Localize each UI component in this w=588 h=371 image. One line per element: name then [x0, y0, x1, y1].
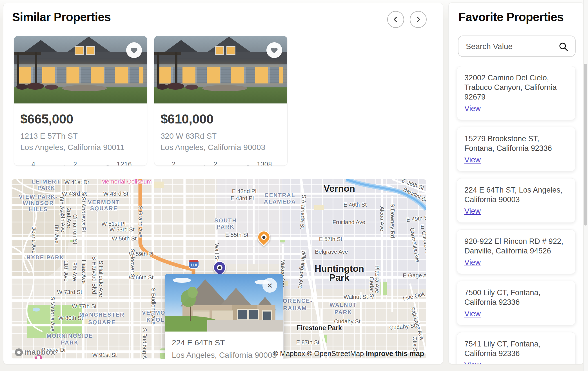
property-price: $665,000 [20, 111, 141, 127]
favorite-address: 920-922 El Rincon RD # 922, Danville, Ca… [464, 237, 568, 256]
map[interactable]: LEIMERTPARKVIEW PARK-WINDSORHILLSVERMONT… [12, 179, 426, 359]
heart-icon [130, 47, 138, 54]
favorite-item: 224 E 64Th ST, Los Angeles, California 9… [457, 178, 576, 223]
favorite-item: 32002 Camino Del Cielo, Trabuco Canyon, … [457, 66, 576, 120]
property-city: Los Angeles, California 90003 [161, 143, 281, 152]
baths-label: 2 baths [73, 160, 92, 166]
popup-city: Los Angeles, California 90003 [172, 351, 283, 359]
mapbox-logo[interactable]: mapbox [15, 348, 55, 357]
sqft-label: 1216 sqft [117, 160, 141, 166]
mapbox-icon [15, 348, 23, 356]
page: { "similar": { "title": "Similar Propert… [0, 0, 588, 371]
beds-label: 4 beds [32, 160, 49, 166]
property-address: 320 W 83Rd ST [161, 132, 281, 141]
favorite-item: 7500 Lily CT, Fontana, California 92336 … [457, 281, 576, 325]
favorites-panel: Favorite Properties 32002 Camino Del Cie… [448, 2, 584, 364]
favorite-item: 15279 Brookstone ST, Fontana, California… [457, 127, 576, 171]
popup-address: 224 E 64Th ST [172, 338, 283, 347]
view-link[interactable]: View [464, 310, 481, 318]
popup-photo: × [165, 274, 283, 332]
similar-properties-title: Similar Properties [12, 10, 111, 24]
map-popup: × 224 E 64Th ST Los Angeles, California … [165, 274, 283, 359]
favorite-address: 7500 Lily CT, Fontana, California 92336 [464, 288, 568, 307]
popup-close-button[interactable]: × [262, 278, 277, 293]
mapbox-wordmark: mapbox [24, 348, 55, 357]
favorite-heart-button[interactable] [126, 42, 142, 58]
bath-icon [62, 164, 70, 166]
attribution-text: © Mapbox © OpenStreetMap [273, 350, 364, 357]
favorite-item: 7541 Lily CT, Fontana, California 92336 … [457, 332, 576, 364]
baths-label: 2 baths [213, 160, 233, 166]
property-photo [154, 36, 287, 103]
property-price: $610,000 [161, 111, 281, 127]
property-photo [14, 36, 147, 103]
chevron-right-icon [415, 16, 422, 23]
bath-icon [202, 164, 210, 166]
sqft-label: 1308 sqft [257, 160, 281, 166]
heart-icon [270, 47, 278, 54]
search-box [458, 36, 576, 57]
similar-properties-panel: Similar Properties [3, 3, 443, 364]
property-city: Los Angeles, California 90011 [20, 143, 141, 152]
favorite-address: 15279 Brookstone ST, Fontana, California… [464, 134, 568, 153]
map-attribution: © Mapbox © OpenStreetMap Improve this ma… [273, 350, 424, 358]
chevron-left-icon [392, 16, 399, 23]
favorite-heart-button[interactable] [266, 42, 282, 58]
close-icon: × [267, 281, 273, 290]
favorites-title: Favorite Properties [458, 10, 564, 24]
favorites-list: 32002 Camino Del Cielo, Trabuco Canyon, … [449, 66, 584, 364]
property-card[interactable]: $610,000 320 W 83Rd ST Los Angeles, Cali… [154, 36, 288, 166]
favorite-address: 7541 Lily CT, Fontana, California 92336 [464, 339, 568, 358]
beds-label: 2 beds [172, 160, 189, 166]
view-link[interactable]: View [464, 258, 481, 267]
similar-property-marker-icon[interactable] [255, 228, 273, 246]
scrollbar-thumb[interactable] [584, 64, 587, 226]
sqft-ruler-icon [246, 164, 253, 166]
view-link[interactable]: View [464, 361, 481, 364]
sqft-ruler-icon [105, 164, 113, 166]
bed-icon [161, 164, 168, 166]
favorite-item: 920-922 El Rincon RD # 922, Danville, Ca… [457, 229, 576, 274]
property-card[interactable]: $665,000 1213 E 57Th ST Los Angeles, Cal… [14, 36, 147, 166]
bed-icon [20, 164, 28, 166]
property-address: 1213 E 57Th ST [20, 132, 141, 141]
improve-map-link[interactable]: Improve this map [366, 350, 424, 357]
view-link[interactable]: View [464, 207, 481, 216]
search-icon[interactable] [558, 41, 569, 52]
favorite-address: 32002 Camino Del Cielo, Trabuco Canyon, … [464, 73, 568, 102]
favorite-address: 224 E 64Th ST, Los Angeles, California 9… [464, 185, 568, 204]
view-link[interactable]: View [464, 104, 481, 113]
carousel-prev-button[interactable] [387, 11, 404, 28]
view-link[interactable]: View [464, 156, 481, 164]
carousel-next-button[interactable] [410, 11, 427, 28]
page-scrollbar[interactable] [583, 0, 588, 371]
search-input[interactable] [465, 36, 559, 57]
